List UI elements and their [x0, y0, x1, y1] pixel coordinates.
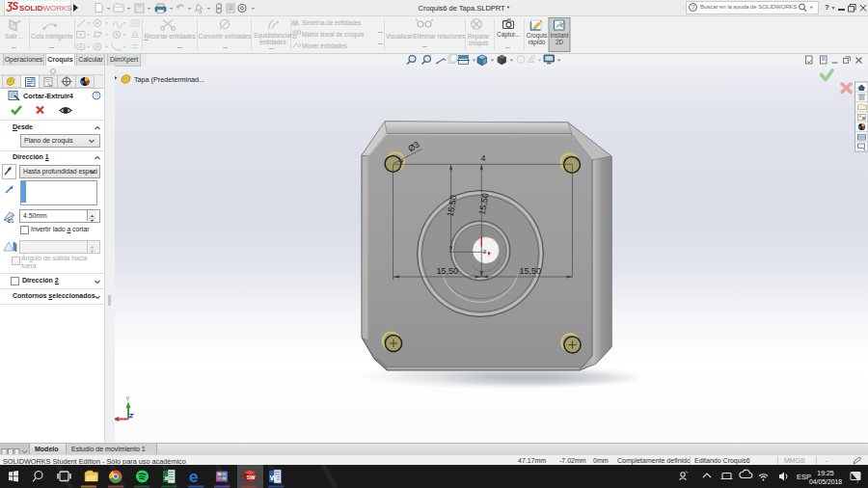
svg-text:W: W	[270, 474, 278, 482]
svg-text:D1: D1	[8, 218, 14, 224]
svg-text:?: ?	[95, 92, 98, 98]
svg-text:Tapa (Predeterminad...: Tapa (Predeterminad...	[134, 75, 204, 84]
svg-text:4: 4	[480, 153, 485, 163]
svg-text:15,50: 15,50	[437, 266, 459, 276]
svg-text:SW: SW	[247, 474, 257, 480]
svg-text:15,50: 15,50	[520, 266, 542, 276]
svg-text:19:25: 19:25	[817, 470, 834, 476]
svg-text:x: x	[164, 474, 169, 482]
svg-text:04/05/2018: 04/05/2018	[809, 478, 842, 485]
svg-text:Y: Y	[125, 395, 130, 402]
svg-text:e: e	[189, 468, 198, 486]
